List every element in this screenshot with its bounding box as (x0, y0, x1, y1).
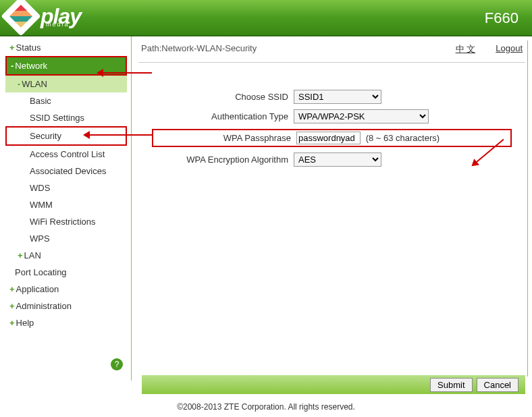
nav-assoc-devices[interactable]: Associated Devices (5, 163, 127, 179)
language-link[interactable]: 中 文 (456, 43, 476, 55)
passphrase-input[interactable] (296, 132, 361, 144)
annotation-arrow-icon (84, 128, 152, 142)
annotation-arrow-icon (98, 66, 152, 80)
copyright: ©2008-2013 ZTE Corporation. All rights r… (0, 402, 532, 412)
logout-link[interactable]: Logout (496, 43, 523, 55)
logo-subtext: media (46, 21, 70, 28)
model-label: F660 (485, 9, 518, 27)
nav-acl[interactable]: Access Control List (5, 146, 127, 163)
nav-lan[interactable]: LAN (5, 247, 127, 264)
auth-type-select[interactable]: WPA/WPA2-PSK (294, 109, 429, 123)
path-bar: Path:Network-WLAN-Security 中 文 Logout (132, 36, 532, 62)
nav-application[interactable]: Application (5, 281, 127, 298)
right-border (527, 40, 528, 377)
nav-wps[interactable]: WPS (5, 230, 127, 247)
encryption-select[interactable]: AES (294, 152, 381, 167)
breadcrumb: Path:Network-WLAN-Security (141, 43, 257, 55)
action-bar: Submit Cancel (142, 375, 525, 394)
security-form: Choose SSID SSID1 Authentication Type WP… (132, 90, 532, 167)
nav-wmm[interactable]: WMM (5, 196, 127, 213)
logo-icon (1, 0, 41, 36)
nav-ssid-settings[interactable]: SSID Settings (5, 109, 127, 126)
logo: play media (7, 2, 81, 30)
ssid-select[interactable]: SSID1 (294, 90, 381, 104)
nav-basic[interactable]: Basic (5, 92, 127, 109)
annotation-arrow-icon (473, 159, 513, 186)
header: play media F660 (0, 0, 532, 36)
nav-port-locating[interactable]: Port Locating (5, 264, 127, 281)
ssid-label: Choose SSID (152, 92, 294, 102)
help-icon[interactable]: ? (111, 358, 123, 370)
passphrase-label: WPA Passphrase (155, 133, 296, 143)
encryption-label: WPA Encryption Algorithm (152, 155, 294, 165)
divider (138, 62, 525, 63)
main-content: Path:Network-WLAN-Security 中 文 Logout Ch… (132, 36, 532, 381)
nav-wds[interactable]: WDS (5, 179, 127, 196)
nav-administration[interactable]: Administration (5, 298, 127, 314)
cancel-button[interactable]: Cancel (477, 378, 518, 392)
submit-button[interactable]: Submit (430, 378, 472, 392)
nav-status[interactable]: Status (5, 39, 127, 56)
nav-help[interactable]: Help (5, 314, 127, 331)
passphrase-hint: (8 ~ 63 characters) (366, 133, 440, 143)
sidebar: Status Network WLAN Basic SSID Settings … (0, 36, 132, 381)
auth-label: Authentication Type (152, 111, 294, 121)
nav-wifi-restrictions[interactable]: WiFi Restrictions (5, 213, 127, 230)
